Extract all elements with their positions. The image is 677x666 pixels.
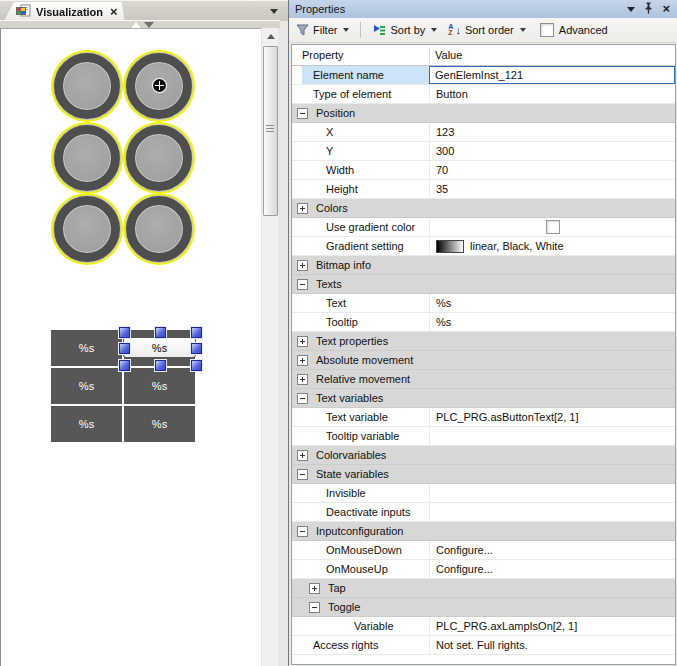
property-value[interactable]: Button <box>429 85 675 103</box>
collapse-icon[interactable] <box>297 393 308 404</box>
property-row-onmousedown[interactable]: OnMouseDownConfigure... <box>292 541 675 560</box>
visu-button[interactable]: %s <box>51 368 122 404</box>
property-row-use-gradient-color[interactable]: Use gradient color <box>292 218 675 237</box>
value-column-header[interactable]: Value <box>435 45 462 65</box>
selection-handle[interactable] <box>119 360 130 371</box>
lamp-element[interactable] <box>54 125 120 191</box>
group-row-absolute-movement[interactable]: Absolute movement <box>292 351 675 370</box>
collapse-icon[interactable] <box>297 469 308 480</box>
property-row-variable[interactable]: VariablePLC_PRG.axLampIsOn[2, 1] <box>292 617 675 636</box>
selection-handle[interactable] <box>191 327 202 338</box>
property-column-header[interactable]: Property <box>302 45 344 65</box>
property-row-width[interactable]: Width70 <box>292 161 675 180</box>
collapse-icon[interactable] <box>297 279 308 290</box>
property-value[interactable]: 300 <box>429 142 675 160</box>
lamp-element[interactable] <box>126 196 192 262</box>
property-value[interactable]: 123 <box>429 123 675 141</box>
property-row-invisible[interactable]: Invisible <box>292 484 675 503</box>
property-row-deactivate-inputs[interactable]: Deactivate inputs <box>292 503 675 522</box>
properties-title-bar[interactable]: Properties × <box>289 0 677 18</box>
collapse-icon[interactable] <box>309 602 320 613</box>
group-row-relative-movement[interactable]: Relative movement <box>292 370 675 389</box>
group-row-toggle[interactable]: Toggle <box>292 598 675 617</box>
group-row-texts[interactable]: Texts <box>292 275 675 294</box>
property-row-onmouseup[interactable]: OnMouseUpConfigure... <box>292 560 675 579</box>
scroll-up-button[interactable] <box>262 28 279 45</box>
property-row-tooltip[interactable]: Tooltip%s <box>292 313 675 332</box>
visualization-canvas[interactable]: %s%s%s%s%s%s <box>0 28 278 666</box>
property-value[interactable]: Configure... <box>429 560 675 578</box>
window-menu-dropdown-icon[interactable] <box>627 7 635 12</box>
group-row-text-properties[interactable]: Text properties <box>292 332 675 351</box>
lamp-element[interactable] <box>54 53 120 119</box>
visu-button[interactable]: %s <box>124 368 195 404</box>
property-row-tooltip-variable[interactable]: Tooltip variable <box>292 427 675 446</box>
group-row-text-variables[interactable]: Text variables <box>292 389 675 408</box>
sort-order-button[interactable]: A Z ↓ Sort order <box>445 22 528 38</box>
selection-handle[interactable] <box>155 360 166 371</box>
visu-button[interactable]: %s <box>51 406 122 442</box>
value-checkbox-icon[interactable] <box>546 220 560 234</box>
expand-icon[interactable] <box>297 203 308 214</box>
property-row-text[interactable]: Text%s <box>292 294 675 313</box>
group-row-colorvariables[interactable]: Colorvariables <box>292 446 675 465</box>
group-row-tap[interactable]: Tap <box>292 579 675 598</box>
tab-list-dropdown-icon[interactable] <box>270 9 278 14</box>
advanced-toggle[interactable]: Advanced <box>540 23 608 37</box>
property-row-access-rights[interactable]: Access rightsNot set. Full rights. <box>292 636 675 655</box>
property-row-gradient-setting[interactable]: Gradient settinglinear, Black, White <box>292 237 675 256</box>
property-value[interactable]: Configure... <box>429 541 675 559</box>
group-row-inputconfiguration[interactable]: Inputconfiguration <box>292 522 675 541</box>
property-row-type-of-element[interactable]: Type of elementButton <box>292 85 675 104</box>
scrollbar-thumb[interactable] <box>263 46 278 216</box>
property-value[interactable]: PLC_PRG.axLampIsOn[2, 1] <box>429 617 675 635</box>
tab-close-icon[interactable]: × <box>110 5 118 18</box>
property-value[interactable]: 70 <box>429 161 675 179</box>
property-value[interactable] <box>429 503 675 521</box>
group-row-state-variables[interactable]: State variables <box>292 465 675 484</box>
group-row-bitmap-info[interactable]: Bitmap info <box>292 256 675 275</box>
property-value[interactable]: 35 <box>429 180 675 198</box>
visu-button[interactable]: %s <box>51 330 122 366</box>
collapse-icon[interactable] <box>297 108 308 119</box>
sort-by-button[interactable]: Sort by <box>369 22 440 38</box>
expand-icon[interactable] <box>297 336 308 347</box>
selection-handle[interactable] <box>191 360 202 371</box>
expand-icon[interactable] <box>297 355 308 366</box>
collapse-icon[interactable] <box>297 526 308 537</box>
property-value[interactable]: linear, Black, White <box>429 237 675 255</box>
property-row-element-name[interactable]: Element nameGenElemInst_121 <box>292 66 675 85</box>
advanced-checkbox-icon[interactable] <box>540 23 554 37</box>
property-value[interactable] <box>429 484 675 502</box>
selection-handle[interactable] <box>155 327 166 338</box>
lamp-element[interactable] <box>126 125 192 191</box>
group-row-position[interactable]: Position <box>292 104 675 123</box>
filter-button[interactable]: Filter <box>293 22 352 38</box>
property-row-x[interactable]: X123 <box>292 123 675 142</box>
expand-icon[interactable] <box>297 374 308 385</box>
property-value[interactable] <box>429 427 675 445</box>
property-value[interactable]: Not set. Full rights. <box>429 636 675 654</box>
property-value[interactable]: PLC_PRG.asButtonText[2, 1] <box>429 408 675 426</box>
property-row-y[interactable]: Y300 <box>292 142 675 161</box>
selection-handle[interactable] <box>191 343 202 354</box>
expand-icon[interactable] <box>309 583 320 594</box>
property-row-text-variable[interactable]: Text variablePLC_PRG.asButtonText[2, 1] <box>292 408 675 427</box>
property-value[interactable]: GenElemInst_121 <box>429 66 675 84</box>
property-value[interactable]: %s <box>429 313 675 331</box>
lamp-element[interactable] <box>54 196 120 262</box>
expand-icon[interactable] <box>297 260 308 271</box>
auto-hide-pin-icon[interactable] <box>644 2 653 16</box>
selection-handle[interactable] <box>119 343 130 354</box>
property-name: Tooltip <box>292 313 429 331</box>
group-row-colors[interactable]: Colors <box>292 199 675 218</box>
property-row-height[interactable]: Height35 <box>292 180 675 199</box>
visu-button[interactable]: %s <box>124 406 195 442</box>
selection-handle[interactable] <box>119 327 130 338</box>
close-panel-icon[interactable]: × <box>662 3 670 15</box>
property-value[interactable]: %s <box>429 294 675 312</box>
expand-icon[interactable] <box>297 450 308 461</box>
property-value[interactable] <box>429 218 675 236</box>
canvas-vertical-scrollbar[interactable] <box>261 28 278 666</box>
tab-visualization[interactable]: Visualization × <box>4 2 125 21</box>
